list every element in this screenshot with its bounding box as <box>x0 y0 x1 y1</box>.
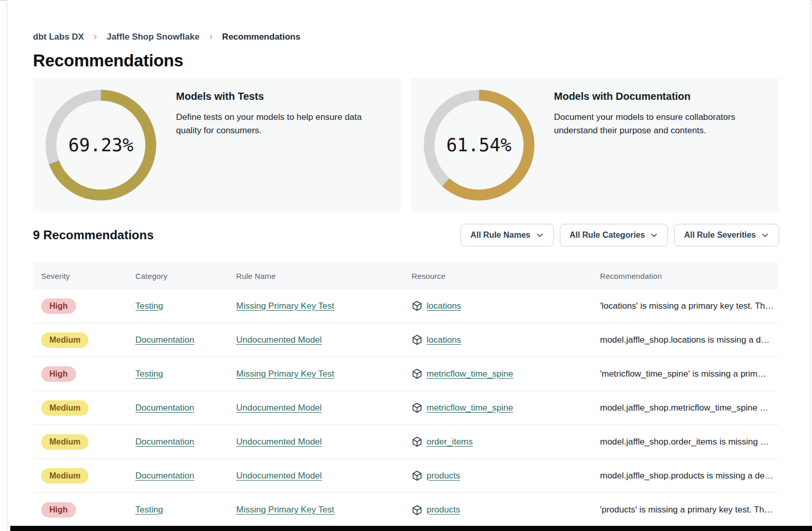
models-with-tests-card: 69.23% Models with Tests Define tests on… <box>33 78 401 211</box>
column-header-category: Category <box>127 272 228 280</box>
rule-severities-filter-label: All Rule Severities <box>684 231 756 240</box>
severity-badge: High <box>41 366 76 382</box>
column-header-severity: Severity <box>33 272 127 280</box>
cube-icon <box>412 300 422 311</box>
column-header-resource: Resource <box>403 272 592 280</box>
models-with-documentation-card: 61.54% Models with Documentation Documen… <box>411 78 780 211</box>
recommendations-count-heading: 9 Recommendations <box>33 228 154 242</box>
column-header-recommendation: Recommendation <box>592 272 779 280</box>
breadcrumb-account[interactable]: dbt Labs DX <box>33 32 84 42</box>
resource-link[interactable]: locations <box>427 335 461 345</box>
severity-badge: Medium <box>41 468 89 484</box>
category-link[interactable]: Documentation <box>135 403 194 413</box>
category-link[interactable]: Testing <box>135 505 163 515</box>
breadcrumb-project[interactable]: Jaffle Shop Snowflake <box>107 32 199 42</box>
resource-link[interactable]: products <box>427 505 460 515</box>
filter-bar: All Rule Names All Rule Categories All R… <box>461 224 779 246</box>
resource-link[interactable]: order_items <box>427 437 473 447</box>
category-link[interactable]: Documentation <box>135 335 194 345</box>
cube-icon <box>412 470 422 481</box>
rule-names-filter-dropdown[interactable]: All Rule Names <box>461 224 553 246</box>
chevron-down-icon <box>650 231 658 239</box>
documentation-percent-value: 61.54% <box>423 90 535 201</box>
documentation-donut-chart: 61.54% <box>423 90 535 201</box>
resource-link[interactable]: metricflow_time_spine <box>427 403 513 413</box>
recommendation-text: model.jaffle_shop.order_items is missing… <box>592 437 779 447</box>
documentation-card-title: Models with Documentation <box>554 91 767 102</box>
severity-badge: High <box>41 298 76 314</box>
table-row: Medium Documentation Undocumented Model … <box>33 391 779 425</box>
rule-name-link[interactable]: Missing Primary Key Test <box>236 301 334 311</box>
cube-icon <box>412 402 422 413</box>
category-link[interactable]: Testing <box>135 369 163 379</box>
page-title: Recommendations <box>33 51 779 70</box>
table-row: High Testing Missing Primary Key Test me… <box>33 357 779 391</box>
rule-name-link[interactable]: Missing Primary Key Test <box>236 505 334 515</box>
rule-categories-filter-dropdown[interactable]: All Rule Categories <box>560 224 668 246</box>
bottom-cutoff-bar <box>10 526 812 531</box>
severity-badge: Medium <box>41 400 89 416</box>
table-row: High Testing Missing Primary Key Test pr… <box>33 493 779 527</box>
tests-card-description: Define tests on your models to help ensu… <box>176 111 389 137</box>
documentation-card-description: Document your models to ensure collabora… <box>554 111 767 137</box>
severity-badge: High <box>41 502 76 518</box>
chevron-down-icon <box>536 231 544 239</box>
recommendations-page: dbt Labs DX Jaffle Shop Snowflake Recomm… <box>7 0 810 531</box>
rule-name-link[interactable]: Undocumented Model <box>236 437 322 447</box>
recommendations-table: Severity Category Rule Name Resource Rec… <box>33 262 779 527</box>
severity-badge: Medium <box>41 434 89 450</box>
resource-link[interactable]: locations <box>427 301 461 311</box>
recommendation-text: model.jaffle_shop.products is missing a … <box>592 471 779 481</box>
cube-icon <box>412 334 422 345</box>
rule-name-link[interactable]: Undocumented Model <box>236 471 322 481</box>
tests-card-title: Models with Tests <box>176 91 389 102</box>
category-link[interactable]: Documentation <box>135 471 194 481</box>
table-row: High Testing Missing Primary Key Test lo… <box>33 289 779 323</box>
chevron-right-icon <box>92 34 98 40</box>
table-row: Medium Documentation Undocumented Model … <box>33 459 779 493</box>
tests-donut-chart: 69.23% <box>45 90 156 201</box>
table-row: Medium Documentation Undocumented Model … <box>33 425 779 459</box>
recommendation-text: model.jaffle_shop.metricflow_time_spine … <box>592 403 779 413</box>
metric-cards: 69.23% Models with Tests Define tests on… <box>33 78 779 211</box>
rule-categories-filter-label: All Rule Categories <box>570 231 645 240</box>
breadcrumb-current: Recommendations <box>222 32 301 42</box>
rule-severities-filter-dropdown[interactable]: All Rule Severities <box>674 224 779 246</box>
recommendation-text: model.jaffle_shop.locations is missing a… <box>592 335 779 345</box>
rule-name-link[interactable]: Undocumented Model <box>236 335 322 345</box>
table-header: Severity Category Rule Name Resource Rec… <box>33 262 779 289</box>
rule-names-filter-label: All Rule Names <box>470 231 530 240</box>
category-link[interactable]: Testing <box>135 301 163 311</box>
breadcrumb: dbt Labs DX Jaffle Shop Snowflake Recomm… <box>33 32 779 42</box>
cube-icon <box>412 505 422 516</box>
resource-link[interactable]: metricflow_time_spine <box>427 369 513 379</box>
chevron-down-icon <box>761 231 769 239</box>
severity-badge: Medium <box>41 332 89 348</box>
tests-percent-value: 69.23% <box>45 90 156 201</box>
column-header-rule-name: Rule Name <box>228 272 403 280</box>
rule-name-link[interactable]: Missing Primary Key Test <box>236 369 334 379</box>
window-frame-right <box>810 0 811 531</box>
recommendation-text: 'metricflow_time_spine' is missing a pri… <box>592 369 779 379</box>
recommendation-text: 'products' is missing a primary key test… <box>592 505 779 515</box>
resource-link[interactable]: products <box>427 471 460 481</box>
category-link[interactable]: Documentation <box>135 437 194 447</box>
cube-icon <box>412 368 422 379</box>
chevron-right-icon <box>208 34 214 40</box>
cube-icon <box>412 436 422 447</box>
table-row: Medium Documentation Undocumented Model … <box>33 323 779 357</box>
recommendation-text: 'locations' is missing a primary key tes… <box>592 301 779 311</box>
rule-name-link[interactable]: Undocumented Model <box>236 403 322 413</box>
